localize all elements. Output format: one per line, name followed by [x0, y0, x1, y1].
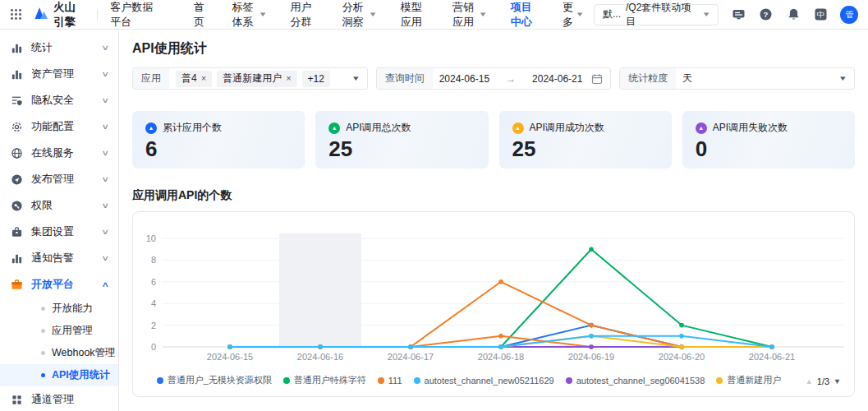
sidebar-subitem-label: 开放能力	[52, 302, 93, 316]
legend-dot-icon	[378, 377, 384, 384]
sidebar-item-2[interactable]: 隐私安全∨	[0, 87, 118, 113]
sidebar-item-1[interactable]: 资产管理∨	[0, 61, 118, 87]
date-range-filter[interactable]: 查询时间 2024-06-15 → 2024-06-21	[376, 67, 612, 90]
svg-text:2024-06-16: 2024-06-16	[297, 352, 343, 362]
legend-item-4[interactable]: autotest_channel_seg06041538	[566, 376, 705, 386]
nav-item-0[interactable]: 首页	[183, 0, 218, 30]
start-date[interactable]: 2024-06-15	[439, 73, 489, 85]
stat-card-1: ▲API调用总次数25	[315, 111, 488, 169]
legend-dot-icon	[283, 377, 290, 384]
sidebar-subitem-9-2[interactable]: Webhook管理	[0, 342, 118, 364]
sidebar-item-7[interactable]: 集团设置∨	[0, 219, 118, 245]
legend-dot-icon	[716, 377, 723, 384]
project-selector[interactable]: 默... /Q2套件联动项目 ▼	[594, 4, 719, 25]
project-prefix: 默...	[603, 7, 621, 21]
sidebar-item-6[interactable]: 权限∨	[0, 192, 118, 219]
legend-item-5[interactable]: 普通新建用户	[716, 374, 781, 386]
help-icon[interactable]: ?	[758, 7, 774, 23]
send-icon	[10, 173, 23, 186]
nav-item-4[interactable]: 模型应用	[390, 0, 439, 30]
sidebar-subitem-9-0[interactable]: 开放能力	[0, 298, 118, 320]
sidebar-item-label: 资产管理	[31, 67, 103, 81]
svg-text:2024-06-15: 2024-06-15	[207, 352, 253, 362]
bullet-icon	[41, 373, 45, 377]
language-toggle-icon[interactable]: 中	[813, 7, 829, 23]
stat-badge-icon: ▲	[145, 122, 157, 134]
notification-bell-icon[interactable]	[785, 7, 801, 23]
briefcase-icon	[10, 278, 23, 291]
chevron-down-icon: ∨	[102, 96, 110, 104]
nav-item-6[interactable]: 项目中心	[500, 0, 549, 30]
console-icon[interactable]	[730, 7, 746, 23]
nav-item-1[interactable]: 标签体系▼	[222, 0, 277, 30]
brand[interactable]: 火山引擎 客户数据平台	[34, 0, 154, 30]
stat-value: 0	[696, 138, 842, 159]
svg-text:2024-06-19: 2024-06-19	[568, 352, 614, 362]
sidebar-subitem-9-1[interactable]: 应用管理	[0, 320, 118, 342]
legend-label: autotest_channel_seg06041538	[576, 376, 705, 386]
app-filter[interactable]: 应用 普4×普通新建用户×+12 ▼	[132, 67, 368, 90]
stat-label: 累计应用个数	[163, 121, 222, 135]
legend-page-down-icon[interactable]: ▼	[834, 377, 841, 386]
chart-legend: 普通用户_无模块资源权限普通用户特殊字符111autotest_channel_…	[133, 374, 805, 386]
nav-item-5[interactable]: 营销应用▼	[442, 0, 497, 30]
chevron-down-icon[interactable]: ▼	[351, 75, 368, 82]
chevron-down-icon[interactable]: ▼	[838, 75, 855, 82]
close-icon[interactable]: ×	[286, 74, 291, 83]
sidebar-item-label: 功能配置	[31, 119, 103, 134]
legend-item-0[interactable]: 普通用户_无模块资源权限	[157, 374, 272, 386]
sidebar-item-label: 通道管理	[31, 392, 108, 407]
bullet-icon	[41, 351, 45, 355]
stat-card-header: ▲API调用失败次数	[696, 121, 842, 135]
calendar-icon[interactable]	[591, 73, 610, 85]
chevron-down-icon: ▼	[575, 11, 584, 18]
sidebar-item-4[interactable]: 在线服务∨	[0, 140, 118, 166]
end-date[interactable]: 2024-06-21	[532, 73, 582, 85]
stat-value: 25	[328, 138, 475, 159]
svg-text:中: 中	[817, 10, 825, 19]
legend-item-1[interactable]: 普通用户特殊字符	[283, 374, 366, 386]
sidebar-item-label: 权限	[31, 198, 103, 213]
nav-item-label: 首页	[194, 0, 208, 30]
date-range-value: 2024-06-15 → 2024-06-21	[433, 73, 592, 85]
sidebar-item-label: 通知告警	[31, 251, 103, 266]
nav-item-3[interactable]: 分析洞察▼	[332, 0, 387, 30]
legend-item-3[interactable]: autotest_channel_new05211629	[414, 376, 554, 386]
apps-grid-icon[interactable]	[10, 8, 22, 21]
brand-divider	[97, 9, 98, 21]
sidebar-item-label: 开放平台	[31, 277, 103, 292]
stat-card-header: ▲API调用总次数	[328, 121, 475, 135]
stat-card-2: ▲API调用成功次数25	[499, 111, 672, 169]
sidebar-subitem-9-3[interactable]: API使用统计	[0, 364, 118, 386]
sidebar-item-10[interactable]: 通道管理	[0, 386, 118, 411]
sidebar-item-8[interactable]: 通知告警∨	[0, 245, 118, 271]
sidebar-item-3[interactable]: 功能配置∨	[0, 113, 118, 140]
svg-text:2024-06-20: 2024-06-20	[659, 352, 705, 362]
filter-tag-1[interactable]: 普通新建用户×	[217, 71, 296, 87]
nav-right: 默... /Q2套件联动项目 ▼ ?	[594, 4, 858, 25]
nav-item-7[interactable]: 更多▼	[552, 0, 594, 30]
nav-item-2[interactable]: 用户分群	[279, 0, 328, 30]
privacy-icon	[10, 94, 23, 107]
granularity-filter[interactable]: 统计粒度 天 ▼	[619, 67, 855, 90]
stat-value: 6	[145, 138, 292, 159]
sidebar-item-0[interactable]: 统计∨	[0, 35, 118, 61]
stat-label: API调用成功次数	[530, 121, 604, 135]
stat-value: 25	[512, 138, 659, 159]
legend-item-2[interactable]: 111	[378, 376, 402, 386]
legend-label: 普通用户_无模块资源权限	[168, 374, 272, 386]
sidebar-item-9[interactable]: 开放平台∧	[0, 271, 118, 298]
legend-label: 普通用户特殊字符	[294, 374, 366, 386]
user-avatar[interactable]: 管	[840, 6, 858, 24]
chevron-down-icon: ∨	[102, 149, 110, 157]
chevron-down-icon: ∨	[102, 254, 110, 262]
filter-tag-label: 普4	[181, 72, 197, 85]
close-icon[interactable]: ×	[201, 74, 206, 83]
page-title: API使用统计	[132, 40, 855, 58]
legend-page-up-icon[interactable]: ▲	[806, 377, 813, 386]
svg-text:2024-06-17: 2024-06-17	[388, 352, 434, 362]
bullet-icon	[41, 329, 45, 333]
filter-tag-2[interactable]: +12	[302, 71, 330, 87]
sidebar-item-5[interactable]: 发布管理∨	[0, 166, 118, 192]
filter-tag-0[interactable]: 普4×	[176, 71, 212, 87]
